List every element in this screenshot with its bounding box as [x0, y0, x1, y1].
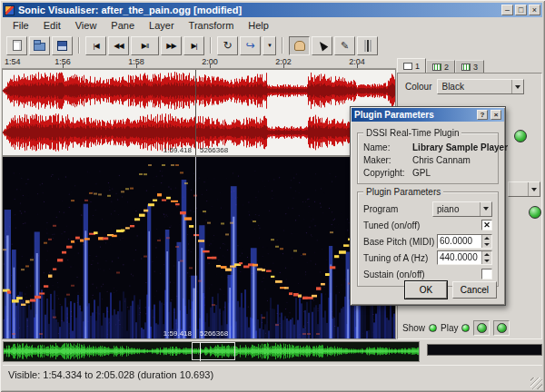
gain-knob[interactable]: [514, 130, 527, 142]
save-icon: [57, 41, 67, 51]
measure-icon: [367, 40, 369, 52]
tuned-checkbox[interactable]: ✕: [481, 220, 492, 230]
group-title: Plugin Parameters: [363, 187, 443, 197]
measure-tool-button[interactable]: [357, 36, 378, 55]
fast-forward-to-end-button[interactable]: ▶|: [183, 36, 204, 55]
play-pause-icon: ▶‖: [142, 42, 148, 50]
tab-pane-1[interactable]: 1: [397, 58, 426, 74]
tuning-spinbox[interactable]: 440.0000: [437, 250, 492, 265]
spin-up-icon[interactable]: [482, 235, 491, 241]
copyright-value: GPL: [412, 167, 492, 180]
new-file-icon: [13, 40, 22, 51]
maximize-button[interactable]: □: [515, 5, 527, 15]
ruler-tick: [210, 64, 211, 68]
tuning-label: Tuning of A (Hz): [363, 253, 428, 263]
rewind-button[interactable]: ◀◀: [108, 36, 129, 55]
chevron-down-icon: [528, 182, 540, 196]
tab-pane-2[interactable]: 2: [426, 60, 455, 74]
program-select[interactable]: piano: [432, 201, 492, 217]
check-mark: ✕: [483, 220, 490, 230]
rewind-icon: ◀◀: [114, 42, 123, 50]
tab-label: 3: [473, 63, 478, 72]
pane-gain-knob[interactable]: [473, 320, 490, 336]
play-pause-button[interactable]: ▶‖: [131, 36, 159, 55]
name-value: Library Sample Player: [412, 142, 508, 154]
new-session-button[interactable]: [6, 36, 27, 55]
playback-cursor: [195, 70, 196, 155]
menu-item-pane[interactable]: Pane: [104, 19, 142, 32]
menu-item-file[interactable]: File: [5, 19, 36, 32]
save-session-button[interactable]: [52, 36, 73, 55]
plugin-info-group: DSSI Real-Time Plugin Name: Library Samp…: [357, 132, 499, 184]
cursor-time-label: 1:59.418: [137, 329, 192, 338]
minimize-button[interactable]: –: [501, 5, 513, 15]
visible-region-rect[interactable]: [192, 342, 235, 360]
spin-up-icon[interactable]: [482, 251, 491, 258]
spectrogram-display[interactable]: [3, 157, 395, 338]
tab-pane-3[interactable]: 3: [455, 60, 484, 74]
waveform-pane[interactable]: 1:59.418 5266368: [2, 69, 396, 156]
resize-grip[interactable]: [530, 377, 542, 389]
navigate-tool-button[interactable]: [289, 36, 310, 55]
show-label: Show: [402, 323, 425, 333]
colour-rotation-knob[interactable]: [529, 206, 541, 219]
sustain-checkbox[interactable]: [481, 269, 492, 279]
spin-down-icon[interactable]: [482, 258, 491, 264]
show-led-toggle[interactable]: [429, 324, 437, 332]
app-icon: [5, 5, 15, 15]
toolbar: |◀ ◀◀ ▶‖ ▶▶ ▶| ↻ ↪ ▼ ✎: [3, 34, 542, 57]
dialog-title: Plugin Parameters: [354, 110, 474, 120]
select-tool-button[interactable]: [312, 36, 332, 55]
base-pitch-label: Base Pitch (MIDI): [363, 237, 434, 247]
ruler-tick: [136, 64, 137, 68]
spin-down-icon[interactable]: [482, 241, 491, 248]
fast-forward-button[interactable]: ▶▶: [161, 36, 182, 55]
play-led-toggle[interactable]: [461, 324, 470, 332]
program-value: piano: [433, 204, 480, 214]
colour-value: Black: [438, 82, 511, 92]
menu-item-layer[interactable]: Layer: [142, 19, 182, 32]
menu-item-view[interactable]: View: [68, 19, 104, 32]
name-label: Name:: [363, 142, 412, 154]
edit-tool-button[interactable]: ✎: [334, 36, 355, 55]
ruler-tick: [63, 64, 64, 68]
menu-item-help[interactable]: Help: [241, 19, 276, 32]
window-titlebar[interactable]: Sonic Visualiser: after_the_pain.ogg [mo…: [3, 3, 542, 17]
play-selection-icon: ↪: [245, 39, 254, 52]
group-title: DSSI Real-Time Plugin: [363, 128, 461, 138]
pane-icon: [403, 63, 412, 70]
dialog-help-button[interactable]: ?: [477, 110, 488, 120]
time-ruler[interactable]: 1:54 1:56 1:58 2:00 2:02 2:04: [2, 57, 396, 69]
ok-button[interactable]: OK: [405, 281, 447, 299]
pane-pan-knob[interactable]: [493, 320, 510, 336]
dialog-close-button[interactable]: ×: [490, 110, 501, 120]
cancel-button[interactable]: Cancel: [452, 281, 497, 299]
play-loop-button[interactable]: ↻: [217, 36, 238, 55]
close-button[interactable]: ×: [529, 5, 540, 15]
dialog-body: DSSI Real-Time Plugin Name: Library Samp…: [352, 122, 504, 304]
secondary-strip: [427, 344, 542, 356]
playback-options-dropdown[interactable]: ▼: [263, 36, 276, 55]
colour-select[interactable]: Black: [437, 79, 524, 94]
open-session-button[interactable]: [29, 36, 50, 55]
overview-panner[interactable]: [3, 341, 420, 362]
rewind-to-start-button[interactable]: |◀: [85, 36, 106, 55]
base-pitch-spinbox[interactable]: 60.0000: [437, 234, 492, 249]
toolbar-separator: [210, 37, 212, 54]
waveform-display[interactable]: [3, 70, 395, 155]
ruler-tick: [357, 64, 358, 68]
play-label: Play: [441, 323, 458, 333]
tab-label: 2: [444, 63, 449, 72]
spectrogram-pane[interactable]: 1:59.418 5266368: [2, 156, 396, 339]
scale-select[interactable]: [508, 181, 540, 197]
waveform-icon: [432, 64, 441, 71]
menu-item-edit[interactable]: Edit: [36, 19, 68, 32]
fast-forward-to-end-icon: ▶|: [191, 42, 196, 50]
ruler-label: 1:54: [5, 57, 21, 66]
play-selection-button[interactable]: ↪: [240, 36, 261, 55]
cursor-frame-label: 5266368: [200, 329, 228, 338]
maker-label: Maker:: [363, 154, 412, 167]
menu-item-transform[interactable]: Transform: [182, 19, 242, 32]
dialog-titlebar[interactable]: Plugin Parameters ? ×: [352, 108, 504, 122]
knob-icon: [497, 323, 507, 333]
